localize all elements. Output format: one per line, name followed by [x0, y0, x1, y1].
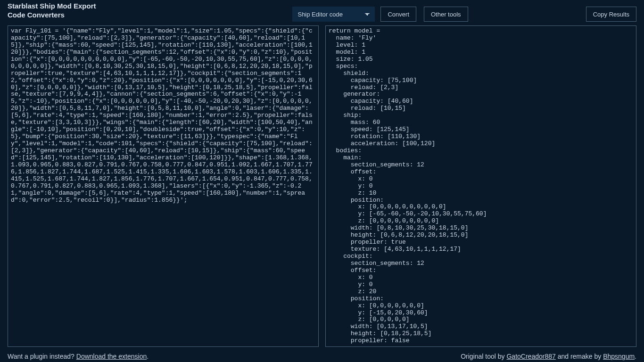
output-code[interactable]: return model = name: 'Fly' level: 1 mode…	[326, 26, 636, 346]
page-title-line2: Code Converters	[8, 11, 196, 20]
code-type-dropdown[interactable]: Ship Editor code	[292, 7, 375, 22]
credits: Original tool by GatoCreador887 and rema…	[461, 353, 636, 360]
title-block: Starblast Ship Mod Export Code Converter…	[8, 2, 196, 20]
plugin-prompt: Want a plugin instead? Download the exte…	[8, 353, 149, 360]
convert-button[interactable]: Convert	[380, 7, 416, 22]
other-tools-button[interactable]: Other tools	[424, 7, 468, 22]
page-title-line1: Starblast Ship Mod Export	[8, 2, 196, 11]
copy-results-button[interactable]: Copy Results	[586, 7, 636, 22]
controls-right: Other tools Copy Results	[424, 2, 636, 22]
output-pane[interactable]: return model = name: 'Fly' level: 1 mode…	[325, 25, 636, 347]
author2-link[interactable]: Bhpsngum	[603, 353, 635, 360]
controls-left: Ship Editor code Convert	[204, 2, 416, 22]
author1-link[interactable]: GatoCreador887	[506, 353, 555, 360]
input-code[interactable]: var Fly_101 = '{"name":"Fly","level":1,"…	[8, 26, 318, 206]
input-pane[interactable]: var Fly_101 = '{"name":"Fly","level":1,"…	[8, 25, 319, 347]
panes-container: var Fly_101 = '{"name":"Fly","level":1,"…	[0, 25, 644, 350]
footer: Want a plugin instead? Download the exte…	[0, 350, 644, 362]
download-extension-link[interactable]: Download the extension	[76, 353, 147, 360]
header-row: Starblast Ship Mod Export Code Converter…	[0, 0, 644, 25]
